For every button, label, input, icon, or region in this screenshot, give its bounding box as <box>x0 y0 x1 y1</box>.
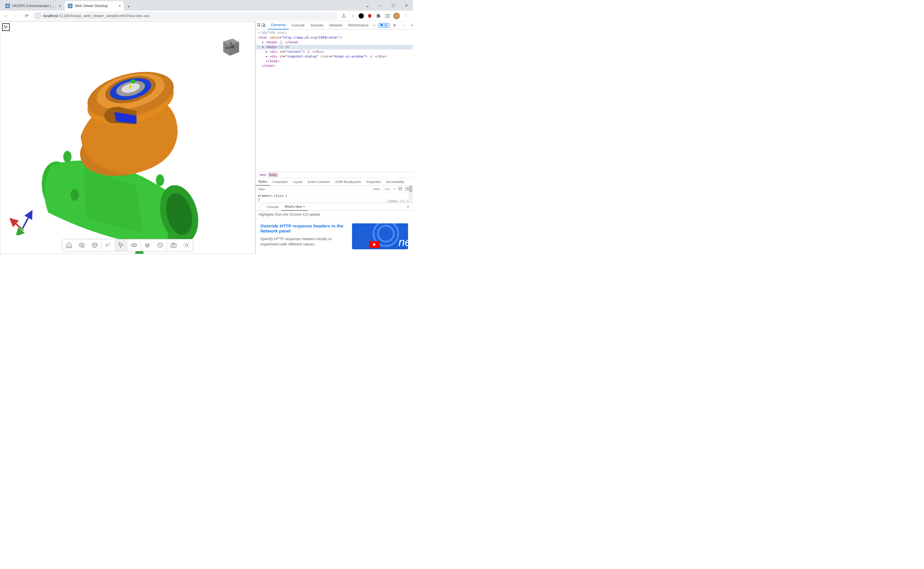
main-content: FRONT RIGHT <box>0 21 413 254</box>
devtools-tabs: Elements Console Sources Network Perform… <box>256 21 413 29</box>
svg-point-8 <box>162 191 196 238</box>
drawer-body: Override HTTP response headers in the Ne… <box>256 219 413 254</box>
extensions-icon[interactable] <box>376 13 381 19</box>
svg-rect-41 <box>380 24 383 26</box>
tab-performance[interactable]: Performance <box>345 21 372 29</box>
play-icon <box>369 241 380 248</box>
browser-tab-2[interactable]: H Web Viewer Desktop × <box>65 1 124 11</box>
annotate-button[interactable]: a <box>102 239 115 251</box>
chevron-down-icon[interactable]: ⌄ <box>361 1 374 10</box>
url-input[interactable]: i localhost:11180/hoops_web_viewer_sampl… <box>32 12 337 20</box>
3d-viewer[interactable]: FRONT RIGHT <box>0 21 255 254</box>
tab-computed[interactable]: Computed <box>270 178 290 186</box>
drawer-kebab-icon[interactable]: ⋮ <box>257 203 264 210</box>
new-tab-button[interactable]: + <box>124 2 133 11</box>
url-path: /hoops_web_viewer_sample.html?scs=bnc.sc… <box>70 14 150 18</box>
tab-dom-breakpoints[interactable]: DOM Breakpoints <box>333 178 364 186</box>
tab-layout[interactable]: Layout <box>290 178 305 186</box>
close-devtools-icon[interactable]: ✕ <box>409 22 413 29</box>
whatsnew-desc: Specify HTTP response headers locally to… <box>260 236 348 247</box>
inspect-icon[interactable] <box>257 22 261 29</box>
tab-network[interactable]: Network <box>326 21 345 29</box>
snapshot-button[interactable] <box>167 239 180 251</box>
back-button[interactable]: ← <box>2 12 11 20</box>
hov-toggle[interactable]: :hov <box>370 187 381 191</box>
svg-rect-44 <box>406 187 409 190</box>
styles-filter-input[interactable] <box>258 187 370 191</box>
svg-point-33 <box>133 244 135 246</box>
new-rule-icon[interactable]: + <box>392 187 397 191</box>
sidepanel-icon[interactable] <box>384 13 390 19</box>
extension-icon[interactable] <box>358 13 364 18</box>
drawer-tab-console[interactable]: Console <box>264 203 282 211</box>
close-button[interactable]: ✕ <box>400 1 413 10</box>
svg-rect-42 <box>399 187 402 190</box>
bookmark-icon[interactable]: ☆ <box>350 13 355 19</box>
share-icon[interactable] <box>341 13 347 19</box>
select-button[interactable] <box>115 239 128 251</box>
svg-point-23 <box>130 79 136 84</box>
breadcrumb-body[interactable]: body <box>268 172 278 177</box>
tab-accessibility[interactable]: Accessibility <box>384 178 407 186</box>
menu-icon[interactable]: ⋮ <box>403 13 409 19</box>
kebab-icon[interactable]: ⋮ <box>400 22 407 29</box>
close-icon[interactable]: × <box>59 3 61 8</box>
tab-elements[interactable]: Elements <box>268 21 289 29</box>
svg-point-31 <box>81 244 83 246</box>
svg-rect-39 <box>262 24 264 27</box>
styles-content[interactable]: element.style { } body { Common.css:13 <box>256 193 413 203</box>
url-port: :11180 <box>58 14 70 18</box>
minimize-button[interactable]: — <box>374 1 387 10</box>
close-icon[interactable]: × <box>303 205 305 208</box>
explode-button[interactable] <box>141 239 154 251</box>
source-link[interactable]: Common.css:13 <box>387 199 410 203</box>
settings-button[interactable] <box>180 239 193 251</box>
browser-tab-1[interactable]: H HOOPS Communicator | Tech Soft × <box>2 1 64 11</box>
breadcrumb-html[interactable]: html <box>258 172 268 177</box>
tab-styles[interactable]: Styles <box>256 178 270 186</box>
cube-view-button[interactable] <box>88 239 101 251</box>
svg-point-36 <box>172 244 175 246</box>
svg-point-16 <box>82 64 178 126</box>
computed-toggle-icon[interactable] <box>397 187 404 192</box>
tab-event-listeners[interactable]: Event Listeners <box>305 178 333 186</box>
more-tabs-icon[interactable]: » <box>372 23 377 27</box>
whatsnew-title[interactable]: Override HTTP response headers in the Ne… <box>260 224 348 233</box>
styles-tabs: Styles Computed Layout Event Listeners D… <box>256 178 413 186</box>
tab-title: Web Viewer Desktop <box>75 4 117 8</box>
axis-triad[interactable]: X Z Y <box>8 208 34 236</box>
adblock-icon[interactable] <box>367 13 373 19</box>
section-button[interactable] <box>154 239 167 251</box>
gear-icon[interactable]: ⚙ <box>391 22 398 29</box>
cls-toggle[interactable]: .cls <box>381 187 392 191</box>
scrollbar[interactable] <box>409 186 413 203</box>
reload-button[interactable]: ⟳ <box>23 12 30 20</box>
orbit-button[interactable] <box>128 239 141 251</box>
profile-avatar[interactable] <box>393 13 400 19</box>
svg-point-6 <box>37 158 83 220</box>
drawer-close-icon[interactable]: ✕ <box>404 205 412 208</box>
tab-sources[interactable]: Sources <box>308 21 326 29</box>
3d-model <box>0 21 255 254</box>
select-tool-button[interactable] <box>2 23 10 31</box>
device-icon[interactable] <box>261 22 266 29</box>
close-icon[interactable]: × <box>119 3 121 8</box>
whatsnew-video-thumb[interactable]: ne <box>352 224 408 249</box>
maximize-button[interactable]: ☐ <box>387 1 400 10</box>
tab-console[interactable]: Console <box>289 21 308 29</box>
nav-cube[interactable]: FRONT RIGHT <box>218 33 244 61</box>
visibility-button[interactable] <box>75 239 88 251</box>
forward-button[interactable]: → <box>12 12 21 20</box>
issues-badge[interactable]: 36 <box>378 23 389 28</box>
home-button[interactable] <box>63 239 75 251</box>
svg-point-17 <box>93 67 168 116</box>
svg-point-9 <box>63 151 72 163</box>
svg-point-11 <box>156 175 164 186</box>
tab-properties[interactable]: Properties <box>363 178 384 186</box>
svg-rect-22 <box>129 85 131 88</box>
site-info-icon[interactable]: i <box>36 14 41 18</box>
svg-point-14 <box>74 108 181 186</box>
dom-tree[interactable]: <!DOCTYPE html> <html xmlns="http://www.… <box>256 29 413 172</box>
devtools-panel: Elements Console Sources Network Perform… <box>255 21 413 254</box>
drawer-tab-whatsnew[interactable]: What's New× <box>282 203 308 211</box>
